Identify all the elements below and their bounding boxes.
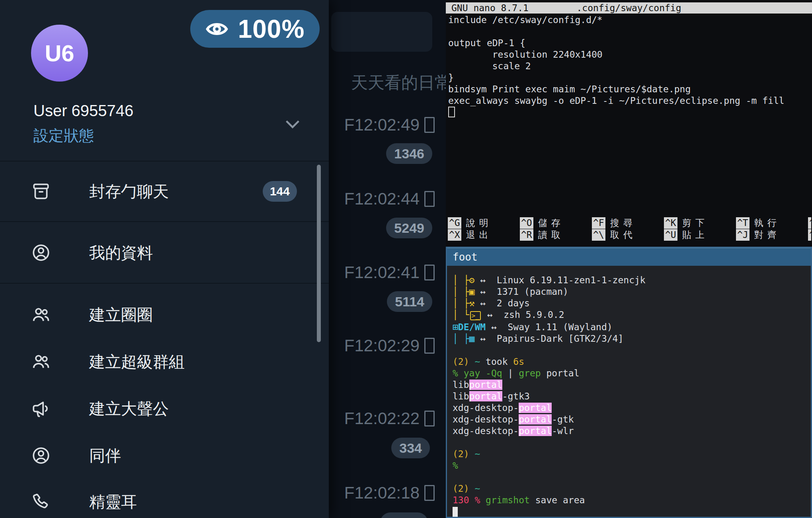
avatar[interactable]: U6 — [31, 25, 88, 82]
drawer-scrollbar[interactable] — [317, 165, 321, 342]
menu-item-my-profile[interactable]: 我的資料 — [0, 231, 322, 275]
ghost-mode-pill[interactable]: 100% — [190, 10, 320, 48]
menu-item-archived-chats[interactable]: 封存勹聊天 144 — [0, 169, 322, 213]
nano-shortcut: ^ — [808, 229, 811, 241]
shortcut-key: ^T — [736, 217, 750, 229]
terminal-line: │ ├▣ ↔ 1371 (pacman) — [453, 286, 803, 298]
terminal-line: ⊞DE/WM ↔ Sway 1.11 (Wayland) — [453, 321, 803, 333]
chat-row-name[interactable]: F12:02:22 — [329, 409, 435, 428]
user-name: User 6955746 — [33, 102, 133, 120]
shortcut-key: ^F — [592, 217, 605, 229]
unread-badge: 1346 — [386, 143, 432, 164]
shortcut-label: 對齊 — [754, 230, 781, 240]
menu-item-new-channel[interactable]: 建立大聲公 — [0, 387, 322, 430]
foot-titlebar[interactable]: foot — [447, 248, 811, 266]
ghost-mode-percent: 100% — [238, 14, 305, 44]
block-cursor — [453, 507, 458, 517]
divider — [0, 221, 329, 222]
terminal-line: (2) ~ — [453, 448, 803, 460]
divider — [0, 161, 329, 162]
terminal-line: │ ├⚒ ↔ 2 days — [453, 298, 803, 309]
unread-badge: 334 — [391, 438, 430, 458]
terminal-line: } — [448, 72, 810, 84]
new-supergroup-icon — [31, 352, 51, 372]
chat-row-name[interactable]: F12:02:41 — [329, 263, 435, 282]
unread-badge: 5249 — [386, 218, 432, 238]
shortcut-key: ^G — [448, 217, 461, 229]
missing-glyph-box — [424, 191, 435, 207]
terminal-pane: .config/sway/config GNU nano 8.7.1 inclu… — [446, 0, 812, 518]
terminal-line: │ ├⚙ ↔ Linux 6.19.11-zen1-1-zencjk — [453, 275, 803, 286]
terminal-line — [453, 437, 803, 448]
profile-icon — [31, 243, 51, 263]
menu-item-calls[interactable]: 精靈耳 — [0, 480, 322, 518]
terminal-line — [448, 26, 810, 37]
nano-shortcut: ^K剪下 — [664, 217, 736, 229]
terminal-line — [453, 345, 803, 356]
shortcut-label: 搜尋 — [610, 218, 636, 228]
nano-editor[interactable]: include /etc/sway/config.d/* output eDP-… — [448, 14, 810, 118]
shortcut-key: ^ — [808, 229, 811, 241]
archive-icon — [31, 181, 51, 201]
foot-terminal-content[interactable]: │ ├⚙ ↔ Linux 6.19.11-zen1-1-zencjk│ ├▣ ↔… — [453, 275, 803, 518]
terminal-line: resolution 2240x1400 — [448, 49, 810, 60]
chat-row-title[interactable]: 天天看的日常 — [351, 72, 446, 94]
megaphone-icon — [31, 399, 51, 419]
divider — [0, 283, 329, 284]
nano-shortcut: ^O儲存 — [520, 217, 592, 229]
terminal-line: (2) ~ took 6s — [453, 356, 803, 368]
shortcut-key: ^\ — [592, 229, 605, 241]
nano-shortcut: ^U貼上 — [664, 229, 736, 241]
missing-glyph-box — [424, 265, 435, 280]
terminal-line: include /etc/sway/config.d/* — [448, 14, 810, 26]
menu-item-new-supergroup[interactable]: 建立超級群組 — [0, 340, 322, 384]
terminal-line: xdg-desktop-portal-gtk — [453, 414, 803, 425]
nano-shortcut: ^\取代 — [592, 229, 664, 241]
shortcut-label: 說明 — [466, 218, 492, 228]
chat-row-name[interactable]: F12:02:49 — [329, 115, 435, 134]
shortcut-label: 執行 — [754, 218, 781, 228]
terminal-line: output eDP-1 { — [448, 37, 810, 49]
text-cursor — [448, 107, 455, 117]
nano-shortcut: ^F搜尋 — [592, 217, 664, 229]
shortcut-label: 儲存 — [538, 218, 564, 228]
chat-row-name[interactable]: F12:02:29 — [329, 336, 435, 355]
unread-badge-clipped — [380, 512, 428, 518]
terminal-line: libportal-gtk3 — [453, 391, 803, 402]
chat-row-name[interactable]: F12:02:18 — [329, 483, 435, 502]
terminal-line — [453, 471, 803, 483]
set-status-link[interactable]: 設定狀態 — [33, 126, 94, 146]
terminal-line: exec_always swaybg -o eDP-1 -i ~/Picture… — [448, 95, 810, 107]
nano-shortcut-bar: ^G說明^O儲存^F搜尋^K剪下^T執行^^X退出^R讀取^\取代^U貼上^J對… — [446, 217, 811, 243]
terminal-line — [448, 107, 810, 118]
missing-glyph-box — [424, 117, 435, 133]
terminal-line: bindsym Print exec maim ~/Pictures/$date… — [448, 84, 810, 95]
archived-count-badge: 144 — [263, 181, 297, 202]
shortcut-label: 退出 — [466, 230, 492, 240]
nano-file-path: .config/sway/config — [446, 2, 812, 14]
terminal-line — [453, 506, 803, 518]
shortcut-key: ^U — [664, 229, 677, 241]
chat-list-column: 天天看的日常 F12:02:49 1346 F12:02:44 5249 F12… — [329, 0, 446, 518]
missing-glyph-box — [424, 338, 435, 354]
chevron-down-icon[interactable] — [283, 117, 302, 131]
terminal-line: libportal — [453, 379, 803, 391]
terminal-line: xdg-desktop-portal — [453, 402, 803, 414]
search-input[interactable] — [331, 12, 432, 52]
menu-item-contacts[interactable]: 同伴 — [0, 434, 322, 477]
new-group-icon — [31, 305, 51, 325]
shortcut-label: 讀取 — [538, 230, 564, 240]
nano-titlebar: .config/sway/config GNU nano 8.7.1 — [446, 2, 812, 14]
terminal-line: │ ├▦ ↔ Papirus-Dark [GTK2/3/4] — [453, 333, 803, 345]
eye-icon — [205, 20, 228, 38]
menu-item-new-group[interactable]: 建立圈圈 — [0, 293, 322, 337]
chat-row-name[interactable]: F12:02:44 — [329, 189, 435, 208]
shortcut-key: ^R — [520, 229, 533, 241]
foot-window-title: foot — [453, 251, 478, 263]
terminal-line: │ └>_ ↔ zsh 5.9.0.2 — [453, 309, 803, 321]
shortcut-label: 剪下 — [682, 218, 709, 228]
terminal-line: 130 % grimshot save area — [453, 495, 803, 506]
nano-shortcut: ^R讀取 — [520, 229, 592, 241]
missing-glyph-box — [424, 485, 435, 501]
shortcut-label: 取代 — [610, 230, 636, 240]
